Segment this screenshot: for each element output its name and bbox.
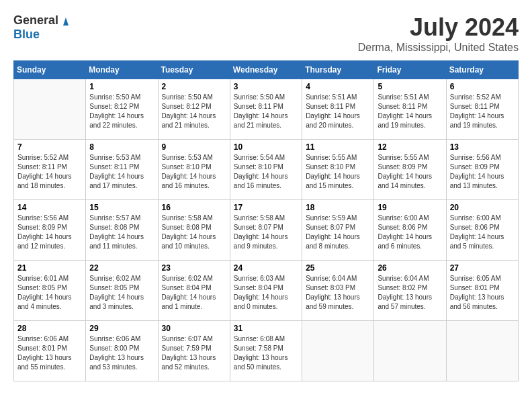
header-friday: Friday	[374, 61, 446, 79]
table-row: 13Sunrise: 5:56 AM Sunset: 8:09 PM Dayli…	[446, 140, 518, 200]
table-row	[374, 321, 446, 381]
table-row	[302, 321, 374, 381]
table-row: 8Sunrise: 5:53 AM Sunset: 8:11 PM Daylig…	[86, 140, 158, 200]
day-info: Sunrise: 5:51 AM Sunset: 8:11 PM Dayligh…	[378, 93, 442, 130]
table-row: 23Sunrise: 6:02 AM Sunset: 8:04 PM Dayli…	[158, 261, 230, 321]
day-number: 18	[306, 203, 370, 212]
day-info: Sunrise: 5:58 AM Sunset: 8:08 PM Dayligh…	[162, 214, 226, 251]
day-info: Sunrise: 5:50 AM Sunset: 8:11 PM Dayligh…	[234, 93, 298, 130]
logo-general: General	[13, 13, 58, 28]
table-row: 29Sunrise: 6:06 AM Sunset: 8:00 PM Dayli…	[86, 321, 158, 381]
day-number: 13	[450, 142, 515, 152]
day-number: 31	[234, 324, 298, 333]
day-number: 17	[234, 203, 298, 212]
day-info: Sunrise: 6:06 AM Sunset: 8:00 PM Dayligh…	[89, 334, 154, 372]
svg-marker-0	[63, 17, 69, 26]
calendar-week-row: 14Sunrise: 5:56 AM Sunset: 8:09 PM Dayli…	[14, 200, 519, 261]
day-info: Sunrise: 6:02 AM Sunset: 8:04 PM Dayligh…	[162, 274, 226, 312]
table-row: 18Sunrise: 5:59 AM Sunset: 8:07 PM Dayli…	[302, 200, 374, 261]
table-row: 1Sunrise: 5:50 AM Sunset: 8:12 PM Daylig…	[86, 79, 158, 140]
table-row: 12Sunrise: 5:55 AM Sunset: 8:09 PM Dayli…	[374, 140, 446, 200]
header-sunday: Sunday	[14, 61, 86, 79]
table-row: 2Sunrise: 5:50 AM Sunset: 8:12 PM Daylig…	[158, 79, 230, 140]
table-row: 9Sunrise: 5:53 AM Sunset: 8:10 PM Daylig…	[158, 140, 230, 200]
day-number: 26	[378, 263, 442, 273]
table-row: 19Sunrise: 6:00 AM Sunset: 8:06 PM Dayli…	[374, 200, 446, 261]
day-info: Sunrise: 5:52 AM Sunset: 8:11 PM Dayligh…	[450, 93, 515, 130]
table-row: 11Sunrise: 5:55 AM Sunset: 8:10 PM Dayli…	[302, 140, 374, 200]
table-row: 20Sunrise: 6:00 AM Sunset: 8:06 PM Dayli…	[446, 200, 518, 261]
table-row: 5Sunrise: 5:51 AM Sunset: 8:11 PM Daylig…	[374, 79, 446, 140]
page-header: General Blue July 2024 Derma, Mississipp…	[13, 13, 519, 54]
table-row: 10Sunrise: 5:54 AM Sunset: 8:10 PM Dayli…	[230, 140, 302, 200]
calendar-week-row: 7Sunrise: 5:52 AM Sunset: 8:11 PM Daylig…	[14, 140, 519, 200]
day-number: 22	[89, 263, 154, 273]
day-info: Sunrise: 6:01 AM Sunset: 8:05 PM Dayligh…	[17, 274, 82, 312]
location: Derma, Mississippi, United States	[358, 42, 519, 54]
day-info: Sunrise: 5:57 AM Sunset: 8:08 PM Dayligh…	[89, 214, 154, 251]
day-number: 4	[306, 82, 370, 91]
day-info: Sunrise: 5:50 AM Sunset: 8:12 PM Dayligh…	[162, 93, 226, 130]
table-row: 25Sunrise: 6:04 AM Sunset: 8:03 PM Dayli…	[302, 261, 374, 321]
day-info: Sunrise: 6:04 AM Sunset: 8:02 PM Dayligh…	[378, 274, 442, 312]
table-row	[446, 321, 518, 381]
day-info: Sunrise: 5:52 AM Sunset: 8:11 PM Dayligh…	[17, 153, 82, 191]
calendar-week-row: 28Sunrise: 6:06 AM Sunset: 8:01 PM Dayli…	[14, 321, 519, 381]
day-info: Sunrise: 5:53 AM Sunset: 8:11 PM Dayligh…	[89, 153, 154, 191]
table-row: 28Sunrise: 6:06 AM Sunset: 8:01 PM Dayli…	[14, 321, 86, 381]
day-info: Sunrise: 5:55 AM Sunset: 8:09 PM Dayligh…	[378, 153, 442, 191]
day-info: Sunrise: 5:56 AM Sunset: 8:09 PM Dayligh…	[450, 153, 515, 191]
table-row: 24Sunrise: 6:03 AM Sunset: 8:04 PM Dayli…	[230, 261, 302, 321]
day-info: Sunrise: 6:04 AM Sunset: 8:03 PM Dayligh…	[306, 274, 370, 312]
day-number: 30	[162, 324, 226, 333]
table-row: 21Sunrise: 6:01 AM Sunset: 8:05 PM Dayli…	[14, 261, 86, 321]
logo-blue: Blue	[13, 28, 40, 41]
day-number: 1	[89, 82, 154, 91]
day-info: Sunrise: 6:03 AM Sunset: 8:04 PM Dayligh…	[234, 274, 298, 312]
header-wednesday: Wednesday	[230, 61, 302, 79]
logo: General Blue	[13, 13, 72, 42]
day-number: 12	[378, 142, 442, 152]
day-info: Sunrise: 6:08 AM Sunset: 7:58 PM Dayligh…	[234, 334, 298, 372]
day-number: 27	[450, 263, 515, 273]
day-info: Sunrise: 5:59 AM Sunset: 8:07 PM Dayligh…	[306, 214, 370, 251]
day-number: 2	[162, 82, 226, 91]
day-number: 21	[17, 263, 82, 273]
table-row	[14, 79, 86, 140]
month-year: July 2024	[358, 13, 519, 42]
day-number: 8	[89, 142, 154, 152]
day-info: Sunrise: 5:53 AM Sunset: 8:10 PM Dayligh…	[162, 153, 226, 191]
day-number: 7	[17, 142, 82, 152]
calendar-table: Sunday Monday Tuesday Wednesday Thursday…	[13, 60, 519, 381]
table-row: 17Sunrise: 5:58 AM Sunset: 8:07 PM Dayli…	[230, 200, 302, 261]
day-number: 24	[234, 263, 298, 273]
table-row: 30Sunrise: 6:07 AM Sunset: 7:59 PM Dayli…	[158, 321, 230, 381]
table-row: 14Sunrise: 5:56 AM Sunset: 8:09 PM Dayli…	[14, 200, 86, 261]
day-number: 15	[89, 203, 154, 212]
day-info: Sunrise: 6:05 AM Sunset: 8:01 PM Dayligh…	[450, 274, 515, 312]
day-info: Sunrise: 5:51 AM Sunset: 8:11 PM Dayligh…	[306, 93, 370, 130]
table-row: 22Sunrise: 6:02 AM Sunset: 8:05 PM Dayli…	[86, 261, 158, 321]
day-info: Sunrise: 5:56 AM Sunset: 8:09 PM Dayligh…	[17, 214, 82, 251]
header-thursday: Thursday	[302, 61, 374, 79]
table-row: 7Sunrise: 5:52 AM Sunset: 8:11 PM Daylig…	[14, 140, 86, 200]
day-number: 6	[450, 82, 515, 91]
day-number: 16	[162, 203, 226, 212]
table-row: 6Sunrise: 5:52 AM Sunset: 8:11 PM Daylig…	[446, 79, 518, 140]
day-number: 5	[378, 82, 442, 91]
header-monday: Monday	[86, 61, 158, 79]
logo-triangle-icon	[60, 15, 72, 27]
header-tuesday: Tuesday	[158, 61, 230, 79]
day-info: Sunrise: 6:00 AM Sunset: 8:06 PM Dayligh…	[378, 214, 442, 251]
day-info: Sunrise: 6:07 AM Sunset: 7:59 PM Dayligh…	[162, 334, 226, 372]
header-saturday: Saturday	[446, 61, 518, 79]
calendar-week-row: 1Sunrise: 5:50 AM Sunset: 8:12 PM Daylig…	[14, 79, 519, 140]
day-number: 23	[162, 263, 226, 273]
day-info: Sunrise: 6:00 AM Sunset: 8:06 PM Dayligh…	[450, 214, 515, 251]
day-info: Sunrise: 6:06 AM Sunset: 8:01 PM Dayligh…	[17, 334, 82, 372]
day-number: 14	[17, 203, 82, 212]
day-number: 11	[306, 142, 370, 152]
table-row: 16Sunrise: 5:58 AM Sunset: 8:08 PM Dayli…	[158, 200, 230, 261]
day-info: Sunrise: 5:50 AM Sunset: 8:12 PM Dayligh…	[89, 93, 154, 130]
table-row: 4Sunrise: 5:51 AM Sunset: 8:11 PM Daylig…	[302, 79, 374, 140]
